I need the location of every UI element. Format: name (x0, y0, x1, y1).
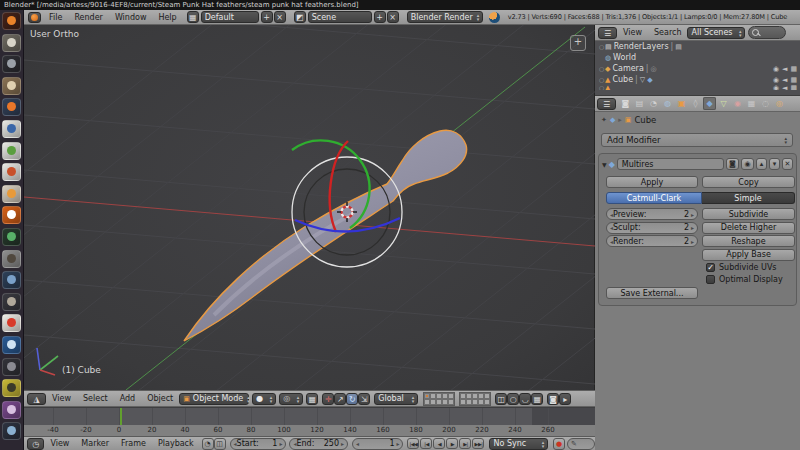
subdivision-type-catmull-clark[interactable]: Catmull-Clark (606, 192, 702, 204)
utility-app-launcher-icon[interactable] (2, 293, 21, 311)
timeline-menu-marker[interactable]: Marker (75, 439, 115, 448)
view3d-menu-select[interactable]: Select (77, 394, 114, 403)
optimal-display-checkbox[interactable]: Optimal Display (706, 275, 783, 285)
layer-10[interactable] (448, 399, 454, 405)
snap-toggle[interactable]: ◡ (519, 393, 531, 405)
play-reverse-button[interactable]: ◀ (433, 438, 445, 449)
keying-set-field[interactable]: ✎ (567, 438, 595, 450)
tab-texture-icon[interactable]: ▦ (745, 97, 758, 110)
outliner-item-renderlayers[interactable]: ○▤RenderLayers|▤ (595, 41, 800, 52)
pivot-point-selector[interactable]: ◎ ▴▾ (279, 393, 303, 405)
layout-add-button[interactable]: + (261, 11, 273, 23)
terminal-launcher-icon[interactable] (2, 55, 21, 73)
modifier-name-field[interactable]: Multires (617, 158, 724, 170)
transform-orientation-selector[interactable]: Global ▴▾ (374, 393, 418, 405)
modifier-delete-button[interactable]: ✕ (782, 158, 793, 170)
subdivide-uvs-checkbox[interactable]: ✓Subdivide UVs (706, 262, 777, 272)
timeline-track-area[interactable] (24, 407, 595, 425)
layer-20[interactable] (484, 399, 490, 405)
outliner-menu-view[interactable]: View (617, 28, 648, 37)
properties-editor-type-selector[interactable]: ☰ (597, 98, 616, 110)
file-manager-launcher-icon[interactable] (2, 34, 21, 52)
editor-type-selector[interactable]: ◮ (27, 393, 46, 405)
mail-launcher-icon[interactable] (2, 314, 21, 332)
selectable-toggle[interactable]: ◄ (782, 65, 787, 73)
render-anim-button[interactable]: ▸ (559, 393, 571, 405)
libreoffice-impress-launcher-icon[interactable] (2, 163, 21, 181)
expander-dot[interactable]: ○ (598, 65, 605, 72)
render-level-field[interactable]: ◂Render:2▸ (606, 235, 698, 247)
usb-creator-launcher-icon[interactable] (2, 250, 21, 268)
modifier-visibility-toggle[interactable]: ◉ (741, 158, 754, 170)
pin-icon[interactable]: ✦ (601, 116, 607, 124)
manipulator-rotate[interactable]: ↻ (346, 393, 358, 405)
frame-start-field[interactable]: ◂ Start: 1 ▸ (230, 438, 287, 450)
hide-toggle[interactable]: ◉ (773, 85, 779, 90)
current-frame-field[interactable]: ◂ 1 ▸ (352, 438, 403, 450)
modifier-move-down-button[interactable]: ▾ (769, 158, 780, 170)
software-center-launcher-icon[interactable] (2, 185, 21, 203)
view3d-menu-add[interactable]: Add (114, 394, 142, 403)
blender-launcher-icon[interactable] (2, 12, 21, 30)
tab-scene-icon[interactable]: ◔ (647, 97, 660, 110)
outliner-search-input[interactable] (748, 26, 786, 39)
outliner-scope-selector[interactable]: All Scenes ▴▾ (687, 27, 745, 39)
tab-object-data-icon[interactable]: ▽ (717, 97, 730, 110)
play-button[interactable]: ▶ (446, 438, 458, 449)
archive-manager-launcher-icon[interactable] (2, 77, 21, 95)
viewport-3d[interactable]: User Ortho (1) Cube + (24, 25, 595, 390)
frame-end-field[interactable]: ◂ End: 250 ▸ (289, 438, 348, 450)
modifier-render-toggle[interactable]: ◙ (726, 158, 739, 170)
checkbox-box[interactable] (706, 275, 715, 284)
audio-app-launcher-icon[interactable] (2, 206, 21, 224)
render-engine-selector[interactable]: Blender Render ▴▾ (407, 11, 483, 23)
sync-mode-selector[interactable]: No Sync ▴▾ (489, 438, 548, 450)
prev-keyframe-button[interactable]: |◀ (420, 438, 432, 449)
subdivide-button[interactable]: Subdivide (702, 208, 795, 220)
outliner-editor-type-selector[interactable]: ☰ (598, 27, 617, 39)
purple-app-launcher-icon[interactable] (2, 401, 21, 419)
add-modifier-dropdown[interactable]: Add Modifier ▴▾ (601, 133, 793, 147)
scene-icon[interactable]: ◩ (294, 11, 306, 23)
expander-dot[interactable]: ○ (598, 76, 605, 83)
tab-physics-icon[interactable]: ◎ (773, 97, 786, 110)
render-toggle[interactable]: ▦ (790, 76, 797, 84)
checkbox-box[interactable]: ✓ (706, 263, 715, 272)
copy-button[interactable]: Copy (702, 176, 795, 188)
tab-render-icon[interactable]: ◙ (619, 97, 632, 110)
apply-button[interactable]: Apply (606, 176, 698, 188)
render-still-button[interactable]: ◙ (547, 393, 559, 405)
tab-render-layers-icon[interactable]: ▤ (633, 97, 646, 110)
timeline-menu-playback[interactable]: Playback (152, 439, 200, 448)
tab-particles-icon[interactable]: ◌ (759, 97, 772, 110)
menu-window[interactable]: Window (109, 13, 153, 22)
libreoffice-writer-launcher-icon[interactable] (2, 120, 21, 138)
timeline-menu-view[interactable]: View (44, 439, 75, 448)
selectable-toggle[interactable]: ◄ (782, 85, 787, 90)
screen-layout-icon[interactable]: ▦ (187, 11, 199, 23)
manipulator-translate[interactable]: ↗ (334, 393, 346, 405)
firefox-launcher-icon[interactable] (2, 98, 21, 116)
screen-layout-selector[interactable]: Default (201, 11, 259, 23)
preview-level-field[interactable]: ◂Preview:2▸ (606, 208, 698, 220)
next-keyframe-button[interactable]: ▶| (459, 438, 471, 449)
scene-add-button[interactable]: + (374, 11, 386, 23)
layout-close-button[interactable]: × (274, 11, 286, 23)
view3d-menu-view[interactable]: View (46, 394, 77, 403)
libreoffice-calc-launcher-icon[interactable] (2, 142, 21, 160)
video-editor-launcher-icon[interactable] (2, 422, 21, 440)
manipulator-scale[interactable]: ⇲ (358, 393, 370, 405)
hide-toggle[interactable]: ◉ (773, 76, 779, 84)
music-player-launcher-icon[interactable] (2, 228, 21, 246)
outliner-item-world[interactable]: ◍World (595, 52, 800, 63)
increment-arrow[interactable]: ▸ (691, 211, 694, 218)
menu-file[interactable]: File (43, 13, 68, 22)
tab-material-icon[interactable]: ◉ (731, 97, 744, 110)
layers-widget[interactable] (423, 392, 491, 406)
outliner-item-cube[interactable]: ○▲Cube|▽◆◉◄▦ (595, 74, 800, 85)
tab-world-icon[interactable]: ◍ (661, 97, 674, 110)
preview-range-toggle[interactable]: ◔ (202, 438, 214, 450)
image-editor-launcher-icon[interactable] (2, 379, 21, 397)
expander-dot[interactable]: ○ (598, 85, 605, 90)
outliner-item-camera[interactable]: ○◆Camera|◎◉◄▦ (595, 63, 800, 74)
